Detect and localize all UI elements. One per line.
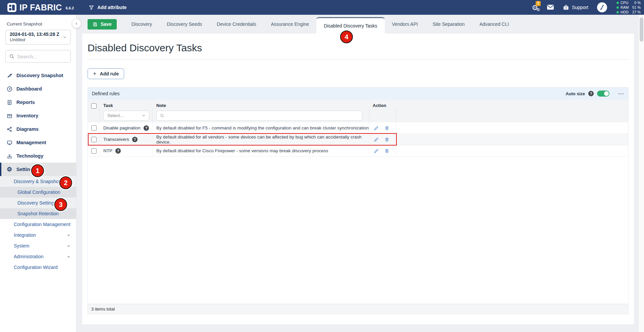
help-icon[interactable] — [115, 148, 121, 154]
topbar: IP FABRIC 6.6.2 Add attribute ⚙⚙ 2 Suppo… — [0, 0, 644, 15]
cpu-status-dot — [616, 2, 619, 4]
sidebar-item-snapshot-retention[interactable]: Snapshot Retention — [0, 208, 76, 219]
auto-size-toggle[interactable] — [597, 91, 609, 97]
sidebar-item-label: Inventory — [16, 113, 38, 118]
sidebar-item-configuration-management[interactable]: Configuration Management — [0, 219, 76, 230]
help-icon[interactable] — [132, 137, 138, 142]
sidebar-item-management[interactable]: Management — [0, 136, 76, 149]
hdd-value: 27 % — [632, 10, 641, 14]
tab-vendors-api[interactable]: Vendors API — [385, 15, 425, 34]
delete-trash-icon[interactable] — [384, 125, 389, 131]
tab-discovery[interactable]: Discovery — [124, 15, 159, 34]
chevron-down-icon — [66, 233, 71, 237]
help-icon[interactable] — [588, 91, 594, 96]
tab-disabled-discovery-tasks[interactable]: Disabled Discovery Tasks — [316, 17, 384, 34]
sidebar-search[interactable] — [5, 50, 71, 63]
table-row[interactable]: NTP By default disabled for Cisco Firepo… — [88, 145, 628, 157]
sidebar-item-label: Dashboard — [16, 86, 42, 92]
add-rule-button[interactable]: + Add rule — [88, 68, 124, 79]
snapshot-name: Untitled — [10, 37, 59, 43]
more-options-button[interactable] — [618, 91, 624, 97]
ram-status-dot — [616, 6, 619, 9]
select-all-checkbox[interactable] — [91, 103, 97, 109]
annotation-step-2: 2 — [59, 176, 72, 189]
edit-pencil-icon[interactable] — [374, 148, 379, 154]
annotation-step-3: 3 — [54, 198, 67, 211]
mail-button[interactable] — [547, 4, 554, 10]
sidebar-subitem-label: System — [14, 243, 30, 248]
row-checkbox[interactable] — [91, 137, 97, 142]
tab-site-separation[interactable]: Site Separation — [425, 15, 472, 34]
tab-assurance-engine[interactable]: Assurance Engine — [264, 15, 317, 34]
auto-size-label: Auto size — [566, 91, 585, 96]
rule-note: By default disabled for all vendors - so… — [153, 134, 369, 145]
note-filter-search[interactable] — [156, 111, 362, 121]
sidebar-item-technology[interactable]: Technology — [0, 149, 76, 163]
sidebar-item-administration[interactable]: Administration — [0, 251, 76, 262]
page-scrollbar[interactable] — [638, 15, 644, 332]
tab-advanced-cli[interactable]: Advanced CLI — [472, 15, 516, 34]
help-icon[interactable] — [144, 125, 149, 131]
tab-discovery-seeds[interactable]: Discovery Seeds — [159, 15, 209, 34]
snapshot-selector[interactable]: 2024-01-03, 13:45:28 Z Untitled — [5, 30, 71, 45]
add-attribute-button[interactable]: Add attribute — [89, 5, 126, 10]
annotation-step-4: 4 — [340, 31, 353, 43]
panel-title: Defined rules — [92, 91, 120, 96]
hdd-label: HDD — [621, 10, 631, 14]
sidebar-collapse-button[interactable] — [72, 19, 81, 28]
access-point-icon — [6, 153, 13, 159]
edit-pencil-icon[interactable] — [374, 137, 379, 142]
note-filter-input[interactable] — [167, 113, 359, 118]
delete-trash-icon[interactable] — [384, 148, 389, 154]
task-filter-select[interactable]: Select... — [103, 111, 149, 121]
settings-tabbar: Save Discovery Discovery Seeds Device Cr… — [76, 15, 638, 34]
sidebar-item-system[interactable]: System — [0, 240, 76, 251]
cpu-stat: CPU 0 % — [616, 1, 641, 5]
sidebar-subitem-label: Discovery Settings — [17, 200, 56, 206]
support-button[interactable]: Support — [563, 4, 588, 11]
save-button[interactable]: Save — [88, 19, 117, 30]
add-rule-label: Add rule — [100, 71, 119, 76]
rocket-icon — [6, 72, 13, 79]
sidebar-subitem-label: Configuration Management — [14, 222, 70, 227]
sidebar-item-dashboard[interactable]: Dashboard — [0, 82, 76, 96]
sidebar-item-reports[interactable]: Reports — [0, 96, 76, 109]
current-snapshot-label: Current Snapshot — [7, 21, 76, 26]
toggle-knob — [604, 91, 609, 96]
network-diagram-icon — [6, 126, 13, 132]
chevron-down-icon — [62, 35, 67, 40]
sidebar-item-discovery-snapshot[interactable]: Discovery Snapshot — [0, 69, 76, 82]
search-input[interactable] — [17, 54, 64, 59]
chevron-down-icon — [66, 244, 71, 248]
plus-icon: + — [93, 70, 97, 77]
app-logo[interactable]: IP FABRIC 6.6.2 — [7, 3, 74, 12]
settings-gears-button[interactable]: ⚙⚙ 2 — [532, 4, 538, 11]
rule-note: By default disabled for F5 - command is … — [153, 122, 369, 133]
document-icon — [6, 99, 13, 106]
sidebar-item-diagrams[interactable]: Diagrams — [0, 122, 76, 136]
sidebar-subitem-label: Configuration Wizard — [14, 265, 58, 270]
cpu-value: 0 % — [634, 1, 641, 5]
delete-trash-icon[interactable] — [384, 137, 389, 142]
row-checkbox[interactable] — [91, 125, 97, 131]
sidebar-item-label: Diagrams — [16, 126, 39, 132]
tab-device-credentials[interactable]: Device Credentials — [209, 15, 264, 34]
hdd-stat: HDD 27 % — [616, 10, 641, 14]
row-checkbox[interactable] — [91, 148, 97, 154]
sidebar-item-configuration-wizard[interactable]: Configuration Wizard — [0, 262, 76, 273]
sidebar-item-integration[interactable]: Integration — [0, 230, 76, 240]
task-name: NTP — [103, 148, 112, 153]
table-header: Task Note Action Select... — [88, 100, 628, 122]
user-avatar[interactable] — [597, 2, 607, 12]
table-row-highlighted[interactable]: Transceivers By default disabled for all… — [88, 134, 628, 145]
scrollbar-thumb[interactable] — [640, 17, 643, 42]
hdd-status-dot — [616, 11, 619, 13]
chevron-down-icon — [142, 113, 146, 118]
gear-icon: ⚙ — [6, 166, 13, 173]
sidebar-item-inventory[interactable]: Inventory — [0, 109, 76, 122]
content-card: Disabled Discovery Tasks + Add rule Defi… — [82, 34, 634, 324]
column-header-action: Action — [369, 103, 396, 109]
main-area: Save Discovery Discovery Seeds Device Cr… — [76, 15, 638, 332]
table-row[interactable]: Disable pagination By default disabled f… — [88, 122, 628, 134]
edit-pencil-icon[interactable] — [374, 125, 379, 131]
